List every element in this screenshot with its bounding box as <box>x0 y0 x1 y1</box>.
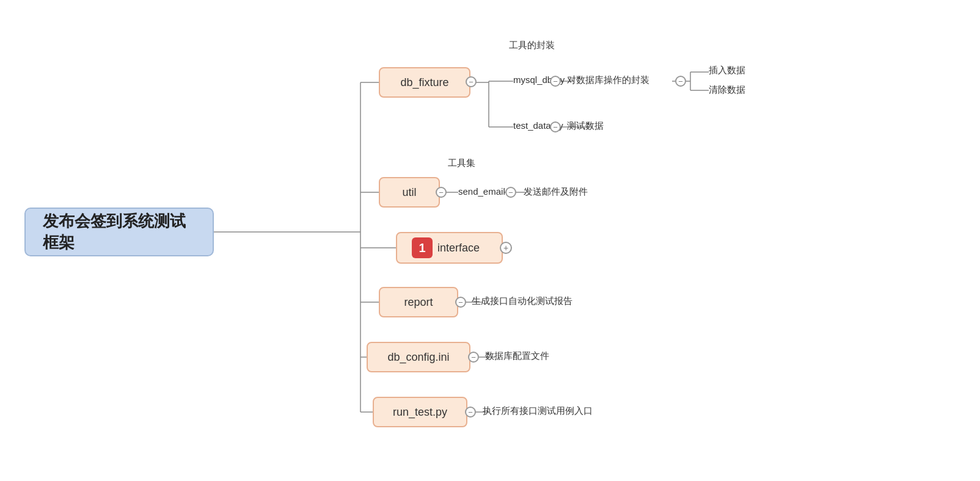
branch-db-config[interactable]: db_config.ini <box>367 342 470 372</box>
branch-util[interactable]: util <box>379 177 440 208</box>
mysql-db-minus[interactable]: − <box>550 76 561 87</box>
interface-badge: 1 <box>412 237 433 258</box>
interface-plus[interactable]: + <box>500 242 512 254</box>
util-minus[interactable]: − <box>436 187 447 198</box>
branch-interface[interactable]: 1 interface <box>396 232 503 264</box>
leaf-test-data-desc: 测试数据 <box>567 120 604 132</box>
db-config-minus[interactable]: − <box>468 352 479 363</box>
test-data-minus[interactable]: − <box>550 121 561 132</box>
branch-db-config-label: db_config.ini <box>387 351 449 364</box>
leaf-db-config-desc: 数据库配置文件 <box>485 350 549 362</box>
branch-db-fixture-label: db_fixture <box>400 76 448 89</box>
report-minus[interactable]: − <box>455 297 466 308</box>
root-node: 发布会签到系统测试框架 <box>24 208 214 256</box>
branch-run-test-label: run_test.py <box>393 406 447 419</box>
leaf-report-desc: 生成接口自动化测试报告 <box>472 295 572 307</box>
branch-db-fixture[interactable]: db_fixture <box>379 67 470 98</box>
mysql-db-desc-minus[interactable]: − <box>675 76 686 87</box>
leaf-send-email: send_email <box>458 186 505 197</box>
leaf-send-email-desc: 发送邮件及附件 <box>524 186 588 198</box>
annotation-util: 工具集 <box>448 157 475 169</box>
annotation-tool-wrap: 工具的封装 <box>509 40 555 51</box>
leaf-clear-data: 清除数据 <box>709 84 745 96</box>
root-label: 发布会签到系统测试框架 <box>43 211 196 253</box>
branch-interface-label: interface <box>437 242 480 255</box>
branch-util-label: util <box>402 186 416 199</box>
diagram-container: 发布会签到系统测试框架 db_fixture 工具的封装 − mysql_db.… <box>0 0 980 481</box>
leaf-insert-data: 插入数据 <box>709 65 745 76</box>
branch-report-label: report <box>404 296 433 309</box>
leaf-mysql-db-desc: 对数据库操作的封装 <box>567 74 649 86</box>
run-test-minus[interactable]: − <box>465 407 476 418</box>
branch-run-test[interactable]: run_test.py <box>373 397 467 427</box>
leaf-run-test-desc: 执行所有接口测试用例入口 <box>483 405 593 417</box>
db-fixture-minus[interactable]: − <box>466 76 477 87</box>
send-email-minus[interactable]: − <box>505 187 516 198</box>
branch-report[interactable]: report <box>379 287 458 317</box>
